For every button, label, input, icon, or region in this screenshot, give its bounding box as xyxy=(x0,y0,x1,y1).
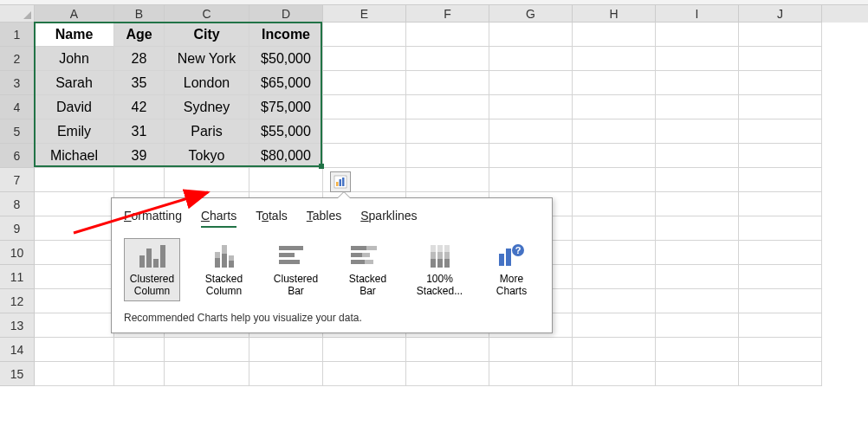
cell-A6[interactable]: Michael xyxy=(35,144,114,168)
column-header-E[interactable]: E xyxy=(323,5,406,23)
cell-H10[interactable] xyxy=(573,241,656,265)
cell-A11[interactable] xyxy=(35,265,114,289)
cell-F4[interactable] xyxy=(406,95,489,119)
cell-F15[interactable] xyxy=(406,362,489,386)
cell-D6[interactable]: $80,000 xyxy=(249,144,323,168)
cell-C7[interactable] xyxy=(165,168,249,192)
row-header-5[interactable]: 5 xyxy=(0,119,35,144)
cell-E5[interactable] xyxy=(323,119,406,144)
cell-G3[interactable] xyxy=(489,71,573,95)
cell-H3[interactable] xyxy=(573,71,656,95)
row-header-11[interactable]: 11 xyxy=(0,265,35,289)
cell-J3[interactable] xyxy=(739,71,822,95)
cell-B15[interactable] xyxy=(114,362,165,386)
cell-H1[interactable] xyxy=(573,23,656,47)
chart-option-stacked-bar[interactable]: StackedBar xyxy=(340,238,396,301)
cell-E3[interactable] xyxy=(323,71,406,95)
cell-C2[interactable]: New York xyxy=(165,47,249,71)
cell-J15[interactable] xyxy=(739,362,822,386)
cell-I8[interactable] xyxy=(656,192,739,216)
cell-E14[interactable] xyxy=(323,338,406,362)
cell-F6[interactable] xyxy=(406,144,489,168)
cell-B1[interactable]: Age xyxy=(114,23,165,47)
cell-J11[interactable] xyxy=(739,265,822,289)
row-header-1[interactable]: 1 xyxy=(0,23,35,47)
cell-I12[interactable] xyxy=(656,289,739,313)
row-header-13[interactable]: 13 xyxy=(0,313,35,338)
cell-D7[interactable] xyxy=(249,168,323,192)
column-header-B[interactable]: B xyxy=(114,5,165,23)
row-header-12[interactable]: 12 xyxy=(0,289,35,313)
cell-C5[interactable]: Paris xyxy=(165,119,249,144)
cell-I4[interactable] xyxy=(656,95,739,119)
cell-J14[interactable] xyxy=(739,338,822,362)
cell-D15[interactable] xyxy=(249,362,323,386)
cell-I15[interactable] xyxy=(656,362,739,386)
cell-J5[interactable] xyxy=(739,119,822,144)
cell-H11[interactable] xyxy=(573,265,656,289)
cell-C4[interactable]: Sydney xyxy=(165,95,249,119)
chart-option-100-stacked[interactable]: 100%Stacked... xyxy=(411,238,468,301)
cell-A12[interactable] xyxy=(35,289,114,313)
cell-G14[interactable] xyxy=(489,338,573,362)
cell-A10[interactable] xyxy=(35,241,114,265)
cell-J7[interactable] xyxy=(739,168,822,192)
cell-C14[interactable] xyxy=(165,338,249,362)
cell-A8[interactable] xyxy=(35,192,114,216)
cell-E1[interactable] xyxy=(323,23,406,47)
row-header-8[interactable]: 8 xyxy=(0,192,35,216)
cell-G7[interactable] xyxy=(489,168,573,192)
cell-J9[interactable] xyxy=(739,216,822,241)
cell-H5[interactable] xyxy=(573,119,656,144)
cell-I13[interactable] xyxy=(656,313,739,338)
cell-G4[interactable] xyxy=(489,95,573,119)
column-header-D[interactable]: D xyxy=(249,5,323,23)
row-header-7[interactable]: 7 xyxy=(0,168,35,192)
cell-J10[interactable] xyxy=(739,241,822,265)
column-header-A[interactable]: A xyxy=(35,5,114,23)
chart-option-clustered-bar[interactable]: ClusteredBar xyxy=(268,238,324,301)
row-header-4[interactable]: 4 xyxy=(0,95,35,119)
column-header-G[interactable]: G xyxy=(489,5,573,23)
column-header-J[interactable]: J xyxy=(739,5,822,23)
cell-C1[interactable]: City xyxy=(165,23,249,47)
chart-option-stacked-column[interactable]: StackedColumn xyxy=(196,238,252,301)
column-header-I[interactable]: I xyxy=(656,5,739,23)
quick-analysis-button[interactable] xyxy=(330,171,351,192)
cell-F14[interactable] xyxy=(406,338,489,362)
cell-B5[interactable]: 31 xyxy=(114,119,165,144)
cell-J12[interactable] xyxy=(739,289,822,313)
qa-tab-tables[interactable]: Tables xyxy=(307,209,341,228)
cell-G1[interactable] xyxy=(489,23,573,47)
cell-F7[interactable] xyxy=(406,168,489,192)
row-header-2[interactable]: 2 xyxy=(0,47,35,71)
cell-E15[interactable] xyxy=(323,362,406,386)
cell-D14[interactable] xyxy=(249,338,323,362)
row-header-3[interactable]: 3 xyxy=(0,71,35,95)
cell-A4[interactable]: David xyxy=(35,95,114,119)
cell-H4[interactable] xyxy=(573,95,656,119)
cell-F5[interactable] xyxy=(406,119,489,144)
row-header-9[interactable]: 9 xyxy=(0,216,35,241)
cell-I1[interactable] xyxy=(656,23,739,47)
cell-A9[interactable] xyxy=(35,216,114,241)
cell-J6[interactable] xyxy=(739,144,822,168)
qa-tab-sparklines[interactable]: Sparklines xyxy=(360,209,417,228)
cell-C3[interactable]: London xyxy=(165,71,249,95)
cell-A5[interactable]: Emily xyxy=(35,119,114,144)
cell-D5[interactable]: $55,000 xyxy=(249,119,323,144)
cell-I6[interactable] xyxy=(656,144,739,168)
cell-H6[interactable] xyxy=(573,144,656,168)
column-header-C[interactable]: C xyxy=(165,5,249,23)
cell-A7[interactable] xyxy=(35,168,114,192)
cell-J4[interactable] xyxy=(739,95,822,119)
cell-I3[interactable] xyxy=(656,71,739,95)
row-header-15[interactable]: 15 xyxy=(0,362,35,386)
cell-B14[interactable] xyxy=(114,338,165,362)
cell-H9[interactable] xyxy=(573,216,656,241)
chart-option-more-charts[interactable]: ?MoreCharts xyxy=(483,238,540,301)
cell-A13[interactable] xyxy=(35,313,114,338)
qa-tab-formatting[interactable]: Formatting xyxy=(124,209,182,228)
cell-G15[interactable] xyxy=(489,362,573,386)
row-header-14[interactable]: 14 xyxy=(0,338,35,362)
